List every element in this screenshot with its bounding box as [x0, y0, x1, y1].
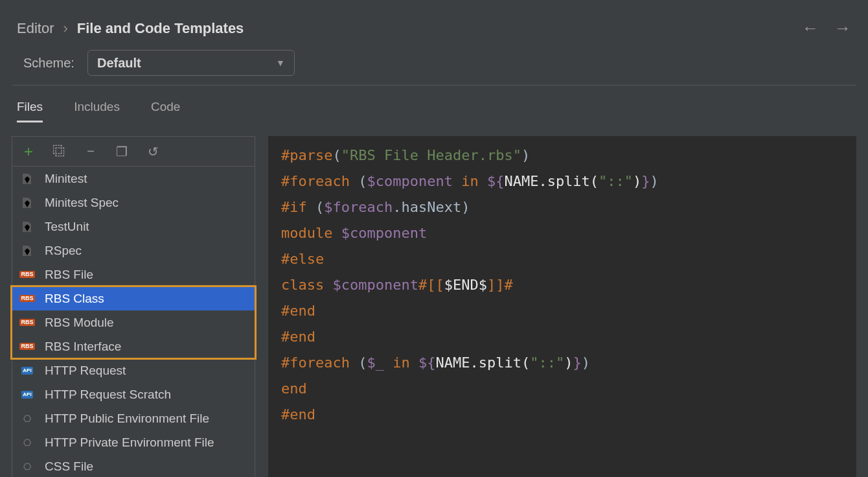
template-row[interactable]: RBSRBS Interface: [12, 334, 255, 358]
rbs-file-icon: RBS: [19, 316, 36, 329]
breadcrumb-parent[interactable]: Editor: [17, 20, 54, 37]
code-line: #if ($foreach.hasNext): [281, 194, 843, 220]
template-row[interactable]: RBSRBS Module: [12, 310, 255, 334]
template-label: CSS File: [45, 460, 93, 474]
template-row[interactable]: Minitest: [12, 167, 255, 191]
code-line: #end: [281, 324, 843, 350]
api-file-icon: API: [19, 364, 36, 377]
template-label: HTTP Private Environment File: [45, 436, 214, 450]
code-line: #foreach ($component in ${NAME.split("::…: [281, 169, 843, 194]
template-row[interactable]: Minitest Spec: [12, 191, 255, 215]
template-label: RBS File: [45, 268, 93, 282]
code-line: #end: [281, 298, 843, 324]
remove-button[interactable]: −: [84, 144, 98, 159]
add-button[interactable]: +: [21, 143, 36, 161]
chevron-right-icon: ›: [63, 20, 67, 37]
ruby-file-icon: [19, 172, 36, 185]
template-label: RBS Module: [45, 316, 114, 330]
template-row[interactable]: RBSRBS File: [12, 262, 255, 286]
template-list-panel: + ⿻ − ❐ ↺ MinitestMinitest SpecTestUnitR…: [12, 136, 255, 477]
chevron-down-icon: ▼: [276, 58, 285, 68]
tab-includes[interactable]: Includes: [74, 100, 120, 122]
template-label: TestUnit: [45, 220, 89, 234]
scheme-value: Default: [97, 56, 141, 71]
ruby-file-icon: [19, 244, 36, 257]
template-row[interactable]: RSpec: [12, 238, 255, 262]
template-label: HTTP Request Scratch: [45, 388, 171, 402]
template-label: RBS Interface: [45, 340, 121, 354]
code-line: module $component: [281, 220, 843, 246]
code-line: #end: [281, 402, 843, 428]
template-list: MinitestMinitest SpecTestUnitRSpecRBSRBS…: [12, 167, 255, 477]
code-line: class $component#[[$END$]]#: [281, 272, 843, 298]
code-editor[interactable]: #parse("RBS File Header.rbs")#foreach ($…: [268, 136, 856, 477]
template-row[interactable]: TestUnit: [12, 215, 255, 238]
ruby-file-icon: [19, 220, 36, 233]
code-line: #else: [281, 246, 843, 272]
nav-back-icon[interactable]: ←: [802, 18, 819, 38]
template-row[interactable]: APIHTTP Request: [12, 358, 255, 382]
file-icon: ⎔: [19, 460, 36, 473]
template-label: RSpec: [45, 244, 82, 258]
template-row[interactable]: RBSRBS Class: [12, 286, 255, 310]
scheme-select[interactable]: Default ▼: [87, 50, 295, 76]
code-line: end: [281, 376, 843, 402]
template-row[interactable]: ⎔HTTP Public Environment File: [12, 406, 255, 430]
breadcrumb-current: File and Code Templates: [77, 20, 244, 37]
tab-files[interactable]: Files: [17, 100, 43, 122]
ruby-file-icon: [19, 196, 36, 209]
api-file-icon: API: [19, 388, 36, 401]
tabs: FilesIncludesCode: [0, 86, 868, 123]
file-icon: ⎔: [19, 436, 36, 449]
template-label: HTTP Public Environment File: [45, 412, 209, 426]
revert-button[interactable]: ↺: [146, 144, 160, 159]
template-toolbar: + ⿻ − ❐ ↺: [12, 137, 255, 167]
nav-forward-icon[interactable]: →: [834, 18, 851, 38]
template-row[interactable]: ⎔CSS File: [12, 454, 255, 477]
rbs-file-icon: RBS: [19, 340, 36, 353]
file-icon: ⎔: [19, 412, 36, 425]
copy-button[interactable]: ⿻: [52, 144, 67, 159]
template-row[interactable]: ⎔HTTP Private Environment File: [12, 430, 255, 454]
breadcrumb: Editor › File and Code Templates ← →: [0, 0, 868, 46]
code-line: #parse("RBS File Header.rbs"): [281, 143, 843, 169]
template-row[interactable]: APIHTTP Request Scratch: [12, 382, 255, 406]
code-line: #foreach ($_ in ${NAME.split("::")}): [281, 350, 843, 376]
rbs-file-icon: RBS: [19, 268, 36, 281]
tab-code[interactable]: Code: [151, 100, 180, 122]
template-label: Minitest Spec: [45, 196, 119, 210]
template-label: RBS Class: [45, 292, 104, 306]
template-label: Minitest: [45, 172, 87, 186]
scheme-label: Scheme:: [23, 56, 74, 71]
copy-template-button[interactable]: ❐: [115, 144, 129, 159]
template-label: HTTP Request: [45, 364, 126, 378]
rbs-file-icon: RBS: [19, 292, 36, 305]
